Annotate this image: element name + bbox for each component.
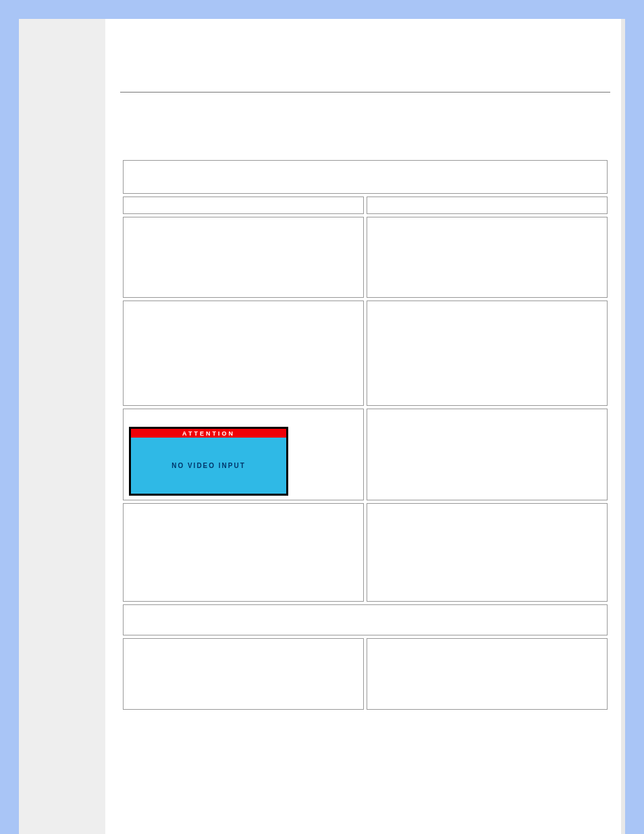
no-video-warning-box: ATTENTION NO VIDEO INPUT (129, 427, 288, 496)
table-row (123, 217, 364, 298)
table-row (123, 160, 608, 194)
warning-message: NO VIDEO INPUT (131, 438, 286, 494)
divider-line (120, 92, 610, 93)
document-page: ATTENTION NO VIDEO INPUT (19, 19, 625, 834)
scrollbar[interactable] (621, 19, 625, 834)
troubleshoot-table-area: ATTENTION NO VIDEO INPUT (120, 157, 610, 712)
table-row (367, 638, 608, 710)
page-frame: ATTENTION NO VIDEO INPUT (0, 0, 644, 834)
table-row (123, 604, 608, 635)
troubleshoot-table: ATTENTION NO VIDEO INPUT (120, 157, 610, 712)
left-sidebar (19, 19, 105, 834)
table-row (367, 301, 608, 406)
table-row (123, 503, 364, 602)
main-content: ATTENTION NO VIDEO INPUT (105, 19, 625, 834)
table-row (367, 217, 608, 298)
table-row (367, 503, 608, 602)
table-row (367, 409, 608, 500)
warning-title: ATTENTION (131, 429, 286, 438)
table-cell-warning: ATTENTION NO VIDEO INPUT (123, 409, 364, 500)
table-row (123, 197, 364, 214)
table-row (367, 197, 608, 214)
table-row (123, 638, 364, 710)
table-row (123, 301, 364, 406)
